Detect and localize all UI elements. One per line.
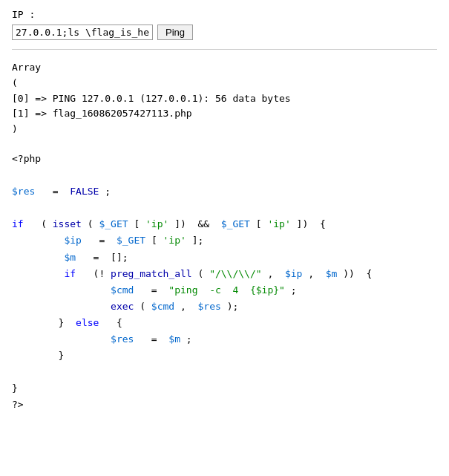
divider: [12, 49, 437, 50]
output-line-2: (: [12, 76, 437, 91]
output-line-5: ): [12, 122, 437, 137]
code-open-tag: <?php: [12, 151, 437, 167]
code-ip-assign: $ip = $_GET [ 'ip' ];: [12, 232, 437, 249]
ip-label: IP :: [12, 9, 437, 20]
code-cmd-assign: $cmd = "ping -c 4 {$ip}" ;: [12, 282, 437, 299]
ip-row: Ping: [12, 25, 437, 40]
code-if-preg: if (! preg_match_all ( "/\\/\\/" , $ip ,…: [12, 266, 437, 282]
output-line-4: [1] => flag_160862057427113.php: [12, 106, 437, 122]
code-res-decl: $res = FALSE ;: [12, 183, 437, 200]
code-area: <?php $res = FALSE ; if ( isset ( $_GET …: [12, 151, 437, 414]
code-close-tag: ?>: [12, 397, 437, 413]
ping-button[interactable]: Ping: [157, 25, 193, 40]
code-exec: exec ( $cmd , $res );: [12, 299, 437, 315]
output-line-1: Array: [12, 60, 437, 76]
code-if-line: if ( isset ( $_GET [ 'ip' ]) && $_GET [ …: [12, 216, 437, 232]
code-res-m: $res = $m ;: [12, 331, 437, 348]
code-m-assign: $m = [];: [12, 250, 437, 266]
output-area: Array ( [0] => PING 127.0.0.1 (127.0.0.1…: [12, 60, 437, 137]
code-else: } else {: [12, 315, 437, 331]
output-line-3: [0] => PING 127.0.0.1 (127.0.0.1): 56 da…: [12, 91, 437, 107]
ip-input[interactable]: [12, 25, 153, 40]
code-close-outer: }: [12, 380, 437, 397]
code-close-inner: }: [12, 348, 437, 364]
